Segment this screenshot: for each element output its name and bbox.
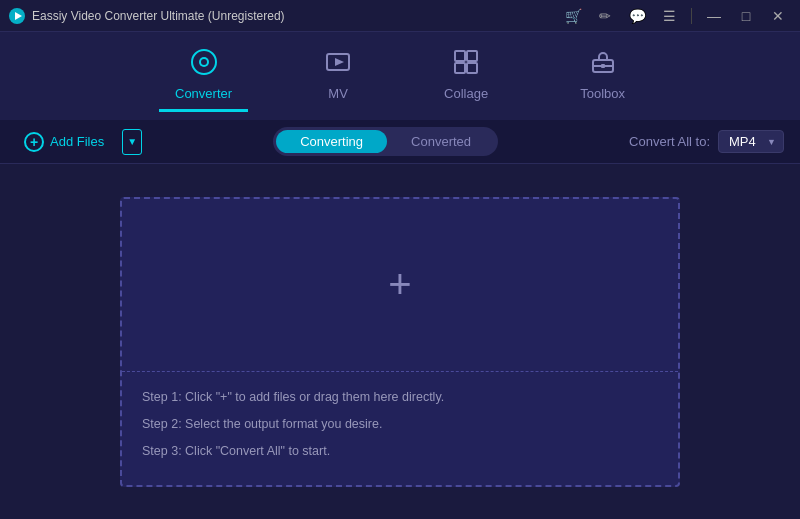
add-files-label: Add Files [50, 134, 104, 149]
nav-collage[interactable]: Collage [428, 40, 504, 112]
svg-marker-6 [335, 58, 344, 66]
svg-point-4 [201, 59, 207, 65]
cart-icon[interactable]: 🛒 [559, 2, 587, 30]
menu-icon[interactable]: ☰ [655, 2, 683, 30]
separator [691, 8, 692, 24]
nav-mv[interactable]: MV [308, 40, 368, 112]
mv-label: MV [328, 86, 348, 101]
add-files-dropdown[interactable]: ▼ [122, 129, 142, 155]
chat-icon[interactable]: 💬 [623, 2, 651, 30]
toolbox-icon [589, 48, 617, 82]
converter-label: Converter [175, 86, 232, 101]
toolbar: + Add Files ▼ Converting Converted Conve… [0, 120, 800, 164]
nav-bar: Converter MV Collage [0, 32, 800, 120]
toolbar-center: Converting Converted [152, 127, 619, 156]
collage-label: Collage [444, 86, 488, 101]
app-title: Eassiy Video Converter Ultimate (Unregis… [32, 9, 559, 23]
tab-converting[interactable]: Converting [276, 130, 387, 153]
title-controls: 🛒 ✏ 💬 ☰ — □ ✕ [559, 2, 792, 30]
collage-icon [452, 48, 480, 82]
convert-all-to: Convert All to: MP4 AVI MOV MKV [629, 130, 784, 153]
step-3-text: Step 3: Click "Convert All" to start. [142, 442, 658, 461]
format-select[interactable]: MP4 AVI MOV MKV [718, 130, 784, 153]
drop-plus-icon: + [388, 262, 411, 307]
mv-icon [324, 48, 352, 82]
tab-converted[interactable]: Converted [387, 130, 495, 153]
step-1-text: Step 1: Click "+" to add files or drag t… [142, 388, 658, 407]
edit-icon[interactable]: ✏ [591, 2, 619, 30]
nav-converter[interactable]: Converter [159, 40, 248, 112]
nav-toolbox[interactable]: Toolbox [564, 40, 641, 112]
minimize-button[interactable]: — [700, 2, 728, 30]
tab-group: Converting Converted [273, 127, 498, 156]
converter-icon [190, 48, 218, 82]
step-2-text: Step 2: Select the output format you des… [142, 415, 658, 434]
drop-zone-top[interactable]: + [122, 199, 678, 373]
app-logo [8, 7, 26, 25]
toolbox-label: Toolbox [580, 86, 625, 101]
drop-zone-bottom: Step 1: Click "+" to add files or drag t… [122, 372, 678, 484]
format-dropdown-wrap: MP4 AVI MOV MKV [718, 130, 784, 153]
svg-rect-13 [601, 64, 605, 68]
drop-zone[interactable]: + Step 1: Click "+" to add files or drag… [120, 197, 680, 487]
maximize-button[interactable]: □ [732, 2, 760, 30]
convert-all-to-label: Convert All to: [629, 134, 710, 149]
close-button[interactable]: ✕ [764, 2, 792, 30]
plus-circle-icon: + [24, 132, 44, 152]
svg-rect-10 [467, 63, 477, 73]
main-content: + Step 1: Click "+" to add files or drag… [0, 164, 800, 519]
svg-rect-9 [455, 63, 465, 73]
svg-rect-7 [455, 51, 465, 61]
add-files-button[interactable]: + Add Files [16, 128, 112, 156]
title-bar: Eassiy Video Converter Ultimate (Unregis… [0, 0, 800, 32]
svg-rect-8 [467, 51, 477, 61]
